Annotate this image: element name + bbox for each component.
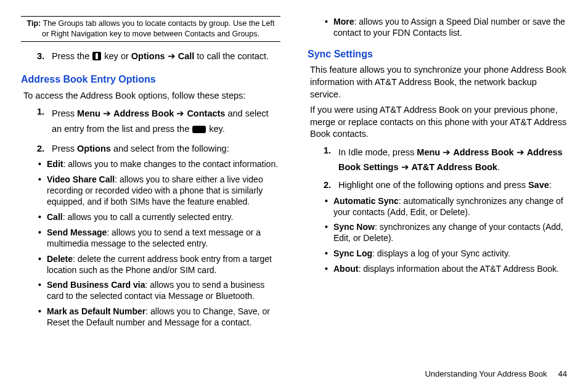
text: . <box>497 162 500 172</box>
left-column: Tip: The Groups tab allows you to locate… <box>21 12 280 333</box>
bullet-title: Video Share Call <box>47 174 115 184</box>
paragraph: This feature allows you to synchronize y… <box>310 64 567 100</box>
heading-address-book-entry-options: Address Book Entry Options <box>21 73 280 86</box>
arrow: ➔ <box>100 108 113 118</box>
list-item: •Video Share Call: allows you to share e… <box>38 174 280 208</box>
bullet-desc: : displays information about the AT&T Ad… <box>358 264 559 274</box>
list-item: •Sync Log: displays a log of your Sync a… <box>325 248 567 259</box>
list-item: •Send Message: allows you to send a text… <box>38 227 280 250</box>
arrow: ➔ <box>165 51 178 61</box>
step-body: In Idle mode, press Menu ➔ Address Book … <box>338 145 567 175</box>
continued-bullets: •More: allows you to Assign a Speed Dial… <box>325 17 567 39</box>
text: key or <box>102 51 131 61</box>
contacts-label: Contacts <box>187 108 225 118</box>
step-number: 1. <box>324 145 338 175</box>
text: key. <box>206 124 225 134</box>
bullet-title: Send Business Card via <box>47 280 145 290</box>
page-footer: Understanding Your Address Book 44 <box>425 369 567 380</box>
address-book-label: Address Book <box>453 147 513 157</box>
tip-label: Tip: <box>27 19 41 28</box>
bullet-title: Delete <box>47 254 73 264</box>
step-2: 2. Highlight one of the following option… <box>324 179 567 192</box>
list-item: •Mark as Default Number: allows you to C… <box>38 306 280 329</box>
bullet-desc: : allows you to Assign a Speed Dial numb… <box>333 17 565 38</box>
arrow: ➔ <box>514 147 527 157</box>
tip-box: Tip: The Groups tab allows you to locate… <box>21 16 280 42</box>
list-item: •More: allows you to Assign a Speed Dial… <box>325 17 567 39</box>
sync-bullets: •Automatic Sync: automatically synchroni… <box>325 196 567 275</box>
att-address-book-label: AT&T Address Book <box>412 162 497 172</box>
text: Press <box>52 144 77 153</box>
paragraph: If you were using AT&T Address Book on y… <box>310 104 567 141</box>
text: to call the contact. <box>194 51 269 61</box>
footer-text: Understanding Your Address Book <box>425 369 547 378</box>
heading-sync-settings: Sync Settings <box>308 47 567 61</box>
tip-text: The Groups tab allows you to locate cont… <box>42 19 274 38</box>
step-3: 3. Press the key or Options ➔ Call to ca… <box>37 51 280 65</box>
right-column: •More: allows you to Assign a Speed Dial… <box>308 12 567 333</box>
options-label: Options <box>131 51 165 61</box>
menu-label: Menu <box>77 108 100 118</box>
bullet-title: Sync Log <box>333 248 372 258</box>
intro-text: To access the Address Book options, foll… <box>23 90 280 102</box>
arrow: ➔ <box>174 108 187 118</box>
bullet-title: About <box>333 264 358 274</box>
step-1: 1. Press Menu ➔ Address Book ➔ Contacts … <box>37 106 280 138</box>
bullet-desc: : displays a log of your Sync activity. <box>372 248 510 258</box>
step-number: 2. <box>37 143 52 155</box>
step-body: Press Menu ➔ Address Book ➔ Contacts and… <box>52 106 280 138</box>
call-label: Call <box>178 51 195 61</box>
step-1: 1. In Idle mode, press Menu ➔ Address Bo… <box>324 145 567 175</box>
bullet-title: Mark as Default Number <box>47 306 145 316</box>
list-item: •Automatic Sync: automatically synchroni… <box>325 196 567 218</box>
text: and select from the following: <box>111 144 229 153</box>
step-body: Highlight one of the following options a… <box>338 179 567 192</box>
list-item: •Send Business Card via: allows you to s… <box>38 280 280 302</box>
list-item: •Sync Now: synchronizes any change of yo… <box>325 222 567 244</box>
step-number: 2. <box>324 179 338 192</box>
ok-key-icon <box>192 123 206 139</box>
bullet-title: Call <box>47 212 63 222</box>
bullet-desc: : allows you to call a currently selecte… <box>63 212 234 222</box>
arrow: ➔ <box>440 147 453 157</box>
options-label: Options <box>77 144 111 153</box>
center-key-icon <box>92 51 102 65</box>
list-item: •Call: allows you to call a currently se… <box>38 212 280 223</box>
bullet-desc: : delete the current address book entry … <box>47 254 272 275</box>
bullet-title: Sync Now <box>333 222 375 232</box>
save-label: Save <box>528 180 549 190</box>
step-2: 2. Press Options and select from the fol… <box>37 143 280 155</box>
text: : <box>549 180 552 190</box>
text: In Idle mode, press <box>338 147 417 157</box>
list-item: •Delete: delete the current address book… <box>38 254 280 276</box>
text: Highlight one of the following options a… <box>338 180 528 190</box>
list-item: •About: displays information about the A… <box>325 264 567 275</box>
bullet-title: More <box>333 17 354 27</box>
address-book-label: Address Book <box>113 108 174 118</box>
menu-label: Menu <box>417 147 440 157</box>
arrow: ➔ <box>398 162 411 172</box>
step-body: Press Options and select from the follow… <box>52 143 280 155</box>
bullet-desc: : allows you to make changes to the cont… <box>63 159 278 169</box>
list-item: •Edit: allows you to make changes to the… <box>38 159 280 170</box>
options-bullets: •Edit: allows you to make changes to the… <box>38 159 280 329</box>
step-number: 1. <box>37 106 52 138</box>
svg-rect-1 <box>96 53 98 59</box>
bullet-title: Automatic Sync <box>333 196 399 206</box>
text: Press <box>52 108 77 118</box>
text: Press the <box>52 51 92 61</box>
bullet-title: Edit <box>47 159 63 169</box>
step-body: Press the key or Options ➔ Call to call … <box>52 51 280 65</box>
svg-rect-2 <box>192 126 206 133</box>
step-number: 3. <box>37 51 52 65</box>
page-number: 44 <box>558 369 567 378</box>
bullet-title: Send Message <box>47 227 107 237</box>
